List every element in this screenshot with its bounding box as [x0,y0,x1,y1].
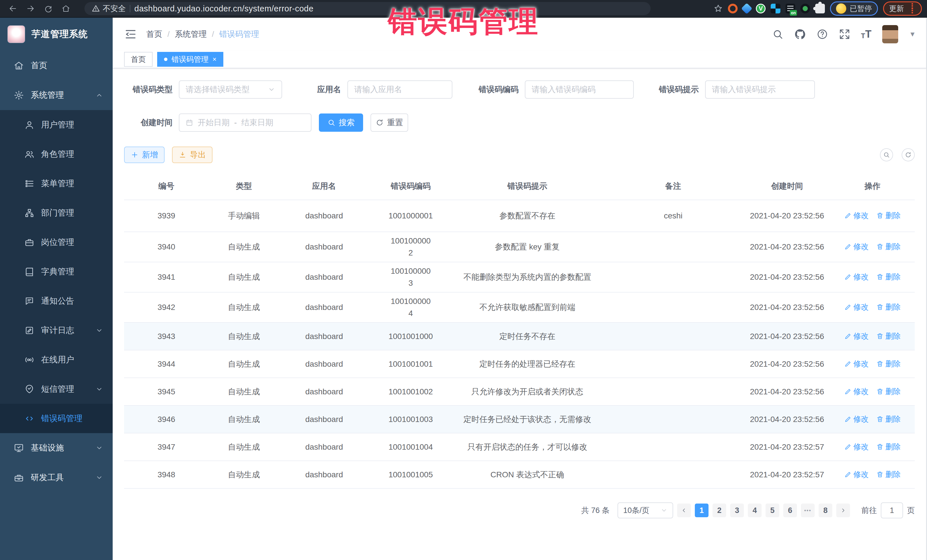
extension-vue-icon[interactable]: V [756,4,766,14]
next-page-button[interactable] [836,504,850,517]
page-button-3[interactable]: 3 [730,504,744,517]
sidebar-item-dict[interactable]: 字典管理 [0,257,112,286]
sidebar-item-audit-log[interactable]: 审计日志 [0,316,112,345]
app-name-input[interactable] [354,85,445,94]
refresh-table-button[interactable] [902,148,915,161]
avatar-caret-icon[interactable]: ▼ [909,30,916,38]
extension-green-icon[interactable] [800,4,810,14]
system-submenu: 用户管理 角色管理 菜单管理 部门管理 岗位管理 [0,110,112,433]
browser-menu-icon[interactable]: ⋮⋮ [909,4,916,13]
edit-link[interactable]: 修改 [844,272,869,282]
sidebar-item-sms[interactable]: 短信管理 [0,374,112,404]
page-button-8[interactable]: 8 [819,504,832,517]
delete-link[interactable]: 删除 [876,359,901,369]
sidebar-item-infra[interactable]: 基础设施 [0,433,112,463]
bookmark-star-icon[interactable] [714,4,723,13]
page-button-1[interactable]: 1 [695,504,708,517]
sidebar-collapse-button[interactable] [124,28,137,41]
edit-link[interactable]: 修改 [844,211,869,221]
browser-forward-button[interactable] [23,2,38,15]
delete-link[interactable]: 删除 [876,442,901,452]
error-hint-input[interactable] [712,85,808,94]
breadcrumb-home[interactable]: 首页 [146,29,162,39]
reset-button[interactable]: 重置 [371,114,408,132]
users-icon [24,149,34,159]
table-row: 3939手动编辑dashboard1001000001参数配置不存在ceshi2… [124,200,915,232]
sidebar-item-label: 通知公告 [41,295,74,307]
code-icon [24,414,34,423]
breadcrumb-system[interactable]: 系统管理 [175,29,207,39]
delete-link[interactable]: 删除 [876,469,901,480]
export-button[interactable]: 导出 [172,147,213,163]
font-size-icon[interactable]: TT [861,29,872,39]
cell-id: 3948 [124,461,209,489]
edit-link[interactable]: 修改 [844,241,869,252]
page-button-5[interactable]: 5 [766,504,779,517]
github-icon[interactable] [794,29,806,40]
page-button-6[interactable]: 6 [783,504,797,517]
tab-home[interactable]: 首页 [124,52,153,67]
delete-link[interactable]: 删除 [876,386,901,397]
sidebar-item-home[interactable]: 首页 [0,51,112,80]
cell-id: 3942 [124,292,209,322]
browser-reload-button[interactable] [41,2,56,15]
extensions-puzzle-icon[interactable] [815,4,825,14]
browser-update-button[interactable]: 更新 ⋮⋮ [883,2,922,16]
create-time-range-picker[interactable]: 开始日期 - 结束日期 [179,114,312,132]
sidebar-item-error-code[interactable]: 错误码管理 [0,404,112,433]
sidebar-item-roles[interactable]: 角色管理 [0,140,112,169]
edit-link[interactable]: 修改 [844,331,869,341]
tab-close-icon[interactable]: × [213,55,216,63]
cell-time: 2021-04-20 23:52:56 [744,200,830,232]
extension-orange-icon[interactable] [728,4,738,14]
help-icon[interactable] [817,29,828,40]
delete-link[interactable]: 删除 [876,414,901,424]
error-code-input[interactable] [532,85,627,94]
sidebar-item-users[interactable]: 用户管理 [0,110,112,140]
error-type-select[interactable]: 请选择错误码类型 [179,80,282,99]
sidebar-item-posts[interactable]: 岗位管理 [0,228,112,257]
extension-list-icon[interactable]: on [786,4,795,14]
page-size-select[interactable]: 10条/页 [617,502,673,518]
extension-grid-icon[interactable] [771,4,780,14]
security-warning[interactable]: 不安全 [92,3,126,14]
extension-gem-icon[interactable] [741,3,752,14]
delete-link[interactable]: 删除 [876,211,901,221]
cell-id: 3946 [124,405,209,433]
tab-error-code[interactable]: 错误码管理 × [157,52,223,67]
sidebar-item-dev-tools[interactable]: 研发工具 [0,463,112,492]
delete-link[interactable]: 删除 [876,331,901,341]
delete-link[interactable]: 删除 [876,272,901,282]
cell-code: 1001001003 [369,405,452,433]
sidebar-item-notice[interactable]: 通知公告 [0,286,112,316]
sidebar-item-menus[interactable]: 菜单管理 [0,169,112,198]
edit-link[interactable]: 修改 [844,442,869,452]
edit-link[interactable]: 修改 [844,359,869,369]
edit-link[interactable]: 修改 [844,414,869,424]
fullscreen-icon[interactable] [839,29,850,40]
toggle-search-button[interactable] [880,148,893,161]
browser-back-button[interactable] [5,2,21,15]
page-button-4[interactable]: 4 [748,504,761,517]
delete-link[interactable]: 删除 [876,241,901,252]
address-bar[interactable]: 不安全 dashboard.yudao.iocoder.cn/system/er… [84,2,650,15]
page-button-2[interactable]: 2 [713,504,726,517]
user-avatar[interactable] [882,25,898,43]
add-button-label: 新增 [142,149,158,160]
edit-link[interactable]: 修改 [844,302,869,312]
add-button[interactable]: 新增 [124,147,164,163]
delete-link[interactable]: 删除 [876,302,901,312]
goto-page-input[interactable] [881,502,903,518]
profile-paused-chip[interactable]: 已暂停 [830,2,878,16]
page-ellipsis[interactable]: ••• [801,504,815,517]
edit-link[interactable]: 修改 [844,469,869,480]
browser-home-button[interactable] [58,2,74,15]
prev-page-button[interactable] [677,504,691,517]
edit-link[interactable]: 修改 [844,386,869,397]
sidebar-item-departments[interactable]: 部门管理 [0,198,112,228]
sidebar-item-online-users[interactable]: 在线用户 [0,345,112,374]
search-icon[interactable] [772,29,784,40]
search-button[interactable]: 搜索 [319,114,363,132]
sidebar-item-system[interactable]: 系统管理 [0,80,112,110]
refresh-icon [905,152,912,158]
